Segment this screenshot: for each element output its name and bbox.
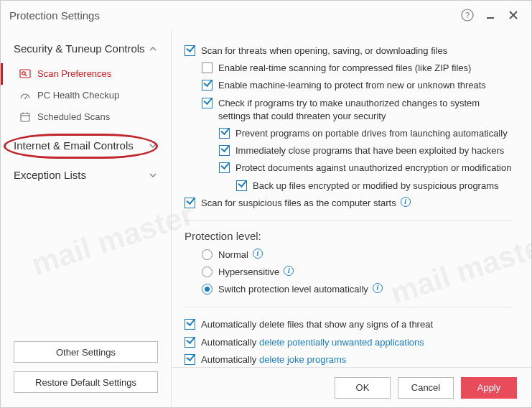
option-check-unauth[interactable]: Check if programs try to make unauthoriz… xyxy=(185,95,513,125)
option-protect-docs[interactable]: Protect documents against unauthorized e… xyxy=(185,159,513,177)
option-auto-delete-joke[interactable]: Automatically delete joke programs xyxy=(185,351,513,367)
gauge-icon xyxy=(19,89,32,102)
chevron-down-icon xyxy=(148,141,158,151)
sidebar-item-label: Scheduled Scans xyxy=(37,111,110,122)
sidebar-section-security[interactable]: Security & Tuneup Controls xyxy=(1,38,171,60)
link-delete-joke[interactable]: delete joke programs xyxy=(259,354,346,365)
checkbox[interactable] xyxy=(202,80,213,91)
info-icon[interactable]: i xyxy=(284,266,294,276)
option-label: Immediately close programs that have bee… xyxy=(235,144,504,157)
sidebar-item-scan-preferences[interactable]: Scan Preferences xyxy=(1,63,171,85)
info-icon[interactable]: i xyxy=(373,283,383,293)
sidebar-item-label: Scan Preferences xyxy=(37,68,111,79)
option-auto-delete-pua[interactable]: Automatically delete potentially unwante… xyxy=(185,334,513,351)
option-backup-encrypted[interactable]: Back up files encrypted or modified by s… xyxy=(185,177,513,195)
checkbox[interactable] xyxy=(219,162,230,173)
option-label: Protect documents against unauthorized e… xyxy=(235,162,511,175)
radio[interactable] xyxy=(202,284,213,295)
sidebar: Security & Tuneup Controls Scan Preferen… xyxy=(1,29,172,407)
restore-defaults-button[interactable]: Restore Default Settings xyxy=(14,371,158,393)
option-ml-protect[interactable]: Enable machine-learning to protect from … xyxy=(185,77,513,94)
sidebar-section-exceptions[interactable]: Exception Lists xyxy=(1,164,171,187)
calendar-icon xyxy=(19,111,32,124)
checkbox[interactable] xyxy=(185,319,195,330)
option-close-exploited[interactable]: Immediately close programs that have bee… xyxy=(185,142,513,159)
option-label: Enable machine-learning to protect from … xyxy=(218,79,486,92)
close-icon[interactable] xyxy=(504,6,523,24)
other-settings-button[interactable]: Other Settings xyxy=(14,341,158,363)
option-label: Automatically delete joke programs xyxy=(201,353,346,366)
option-label: Check if programs try to make unauthoriz… xyxy=(218,97,513,123)
sidebar-section-label: Security & Tuneup Controls xyxy=(14,42,148,56)
option-label: Enable real-time scanning for compressed… xyxy=(218,62,471,75)
dialog-footer: OK Cancel Apply xyxy=(172,367,531,407)
sidebar-section-label: Internet & Email Controls xyxy=(14,139,148,153)
window-title: Protection Settings xyxy=(9,9,454,22)
checkbox[interactable] xyxy=(202,62,213,73)
sidebar-item-scheduled-scans[interactable]: Scheduled Scans xyxy=(1,106,171,128)
checkbox[interactable] xyxy=(219,145,230,156)
option-label: Scan for suspicious files as the compute… xyxy=(201,197,396,210)
svg-line-7 xyxy=(25,74,27,75)
checkbox[interactable] xyxy=(185,354,195,365)
svg-text:?: ? xyxy=(465,11,470,19)
svg-rect-10 xyxy=(21,113,29,121)
apply-button[interactable]: Apply xyxy=(461,377,517,399)
svg-point-6 xyxy=(22,72,25,75)
sidebar-section-internet-email[interactable]: Internet & Email Controls xyxy=(1,135,171,157)
option-label: Scan for threats when opening, saving, o… xyxy=(201,45,447,57)
info-icon[interactable]: i xyxy=(253,249,263,259)
sidebar-item-label: PC Health Checkup xyxy=(37,90,119,101)
option-label: Prevent programs on portable drives from… xyxy=(235,127,508,140)
titlebar: Protection Settings ? xyxy=(1,1,531,29)
minimize-icon[interactable] xyxy=(481,6,500,24)
option-scan-startup[interactable]: Scan for suspicious files as the compute… xyxy=(185,195,513,212)
protection-hypersensitive[interactable]: Hypersensitive i xyxy=(185,264,513,281)
checkbox[interactable] xyxy=(185,45,195,56)
option-prevent-portable[interactable]: Prevent programs on portable drives from… xyxy=(185,125,513,142)
scan-icon xyxy=(19,68,32,80)
option-label: Automatically delete potentially unwante… xyxy=(201,336,424,349)
chevron-down-icon xyxy=(148,170,158,180)
svg-point-9 xyxy=(24,98,26,99)
checkbox[interactable] xyxy=(236,180,247,191)
option-label: Hypersensitive xyxy=(218,266,279,279)
option-label: Automatically delete files that show any… xyxy=(201,318,433,331)
help-icon[interactable]: ? xyxy=(458,6,477,24)
option-label: Switch protection level automatically xyxy=(218,283,368,296)
link-delete-pua[interactable]: delete potentially unwanted applications xyxy=(259,337,424,348)
sidebar-item-pc-health[interactable]: PC Health Checkup xyxy=(1,85,171,106)
checkbox[interactable] xyxy=(185,337,195,348)
checkbox[interactable] xyxy=(219,128,230,139)
checkbox[interactable] xyxy=(185,198,195,208)
protection-auto[interactable]: Switch protection level automatically i xyxy=(185,281,513,298)
ok-button[interactable]: OK xyxy=(335,377,391,399)
option-realtime-zip[interactable]: Enable real-time scanning for compressed… xyxy=(185,60,513,77)
protection-level-title: Protection level: xyxy=(185,230,513,242)
option-scan-threats[interactable]: Scan for threats when opening, saving, o… xyxy=(185,42,513,60)
option-auto-delete-threat[interactable]: Automatically delete files that show any… xyxy=(185,316,513,333)
radio[interactable] xyxy=(202,249,213,260)
settings-content: Scan for threats when opening, saving, o… xyxy=(172,29,531,367)
radio[interactable] xyxy=(202,266,213,277)
chevron-up-icon xyxy=(148,44,158,54)
option-label: Normal xyxy=(218,249,248,261)
option-label: Back up files encrypted or modified by s… xyxy=(253,180,499,193)
cancel-button[interactable]: Cancel xyxy=(398,377,454,399)
protection-normal[interactable]: Normal i xyxy=(185,246,513,264)
sidebar-section-label: Exception Lists xyxy=(14,169,148,182)
checkbox[interactable] xyxy=(202,98,213,108)
info-icon[interactable]: i xyxy=(401,197,411,207)
